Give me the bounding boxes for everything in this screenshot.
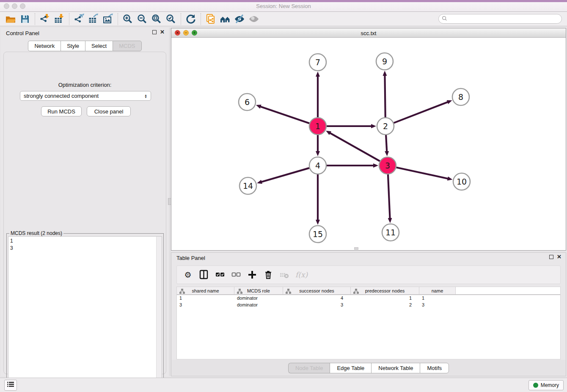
edge-3-11[interactable]	[388, 174, 390, 218]
cell-predecessor-nodes[interactable]: 2	[351, 302, 419, 309]
select-all-icon[interactable]	[215, 269, 225, 281]
mcds-result-lines: 1 3	[8, 237, 162, 253]
table-row[interactable]: 1dominator411	[177, 295, 560, 302]
network-window-titlebar[interactable]: ✕ − + scc.txt	[171, 28, 566, 38]
hide-selected-icon[interactable]	[232, 13, 247, 25]
mcds-result-title: MCDS result (2 nodes)	[9, 230, 63, 236]
edge-2-9[interactable]	[385, 75, 385, 117]
node-15[interactable]: 15	[309, 226, 326, 243]
tab-mcds[interactable]: MCDS	[113, 41, 141, 51]
export-network-icon[interactable]	[72, 13, 86, 25]
tab-network-table[interactable]: Network Table	[371, 363, 420, 373]
tab-select[interactable]: Select	[85, 41, 113, 51]
zoom-in-icon[interactable]	[121, 13, 135, 25]
node-6[interactable]: 6	[239, 94, 256, 110]
network-canvas[interactable]: 1234678910111415	[171, 38, 566, 250]
network-resize-grip[interactable]	[354, 247, 358, 250]
node-4[interactable]: 4	[309, 157, 326, 174]
cell-shared-name[interactable]: 3	[177, 302, 234, 309]
deselect-all-icon[interactable]	[231, 269, 241, 281]
main-toolbar	[0, 12, 567, 26]
titlebar: Session: New Session	[0, 0, 567, 12]
table-row[interactable]: 3dominator323	[177, 302, 560, 309]
cell-successor-nodes[interactable]: 3	[283, 302, 351, 309]
node-7[interactable]: 7	[309, 54, 326, 71]
criterion-dropdown[interactable]: strongly connected component ▲▼	[20, 91, 151, 101]
svg-text:14: 14	[243, 181, 253, 190]
node-8[interactable]: 8	[452, 88, 469, 105]
run-mcds-button[interactable]: Run MCDS	[41, 106, 82, 116]
mcds-result-area[interactable]: 1 3	[8, 236, 162, 391]
first-neighbors-icon[interactable]	[218, 13, 232, 25]
float-panel-icon[interactable]	[152, 30, 157, 34]
column-header-predecessor-nodes[interactable]: predecessor nodes	[351, 287, 419, 294]
edge-2-3[interactable]	[386, 135, 387, 152]
import-network-icon[interactable]	[38, 13, 52, 25]
memory-status-icon	[533, 383, 538, 388]
tab-style[interactable]: Style	[61, 41, 85, 51]
close-panel-icon[interactable]: ✕	[160, 30, 165, 34]
cell-shared-name[interactable]: 1	[177, 295, 234, 302]
tab-node-table[interactable]: Node Table	[288, 363, 330, 373]
search-field[interactable]	[438, 14, 562, 24]
mcds-result-box: MCDS result (2 nodes) 1 3	[6, 233, 164, 392]
column-header-name[interactable]: name	[419, 287, 456, 294]
add-row-icon[interactable]	[247, 269, 257, 281]
node-9[interactable]: 9	[376, 53, 393, 70]
column-header-MCDS-role[interactable]: MCDS role	[234, 287, 283, 294]
show-hidden-icon[interactable]	[247, 13, 261, 25]
tab-edge-table[interactable]: Edge Table	[330, 363, 371, 373]
gear-icon[interactable]: ⚙	[183, 269, 193, 281]
show-column-icon[interactable]	[199, 269, 209, 281]
node-14[interactable]: 14	[239, 177, 256, 194]
task-history-button[interactable]	[4, 380, 17, 391]
mcds-tab-content: Optimization criterion: strongly connect…	[3, 52, 166, 374]
memory-label: Memory	[541, 382, 559, 388]
edge-1-6[interactable]	[260, 107, 309, 124]
node-2[interactable]: 2	[377, 118, 394, 135]
menubar-strip	[0, 0, 567, 2]
svg-text:2: 2	[383, 121, 388, 131]
import-table-icon[interactable]	[52, 13, 66, 25]
node-11[interactable]: 11	[382, 224, 399, 241]
save-icon[interactable]	[18, 13, 32, 25]
search-input[interactable]	[447, 16, 561, 22]
open-icon[interactable]	[3, 13, 18, 25]
close-table-panel-icon[interactable]: ✕	[557, 255, 561, 259]
edge-3-10[interactable]	[396, 167, 448, 179]
export-table-icon[interactable]	[86, 13, 101, 25]
clone-network-icon[interactable]	[204, 13, 218, 25]
column-header-shared-name[interactable]: shared name	[177, 287, 234, 294]
zoom-out-icon[interactable]	[135, 13, 149, 25]
column-header-successor-nodes[interactable]: successor nodes	[283, 287, 351, 294]
edge-3-1[interactable]	[330, 133, 380, 161]
export-image-icon[interactable]	[101, 13, 115, 25]
svg-text:11: 11	[385, 228, 396, 237]
cell-name[interactable]: 1	[419, 295, 456, 302]
tab-network[interactable]: Network	[28, 41, 61, 51]
cell-name[interactable]: 3	[419, 302, 456, 309]
node-10[interactable]: 10	[453, 173, 470, 190]
memory-button[interactable]: Memory	[528, 380, 564, 390]
delete-row-icon[interactable]	[263, 269, 273, 281]
cell-predecessor-nodes[interactable]: 1	[351, 295, 419, 302]
edge-4-14[interactable]	[261, 168, 309, 182]
refresh-icon[interactable]	[184, 13, 198, 25]
hierarchy-icon	[353, 289, 359, 295]
svg-text:15: 15	[313, 229, 323, 239]
zoom-fit-icon[interactable]	[149, 13, 164, 25]
cell-MCDS-role[interactable]: dominator	[234, 295, 283, 302]
result-scrollbar[interactable]	[156, 237, 162, 390]
node-3[interactable]: 3	[379, 157, 396, 174]
zoom-selected-icon[interactable]	[164, 13, 178, 25]
cell-successor-nodes[interactable]: 4	[283, 295, 351, 302]
node-1[interactable]: 1	[309, 118, 326, 135]
table-toolbar: ⚙f(x)	[176, 265, 561, 284]
cell-MCDS-role[interactable]: dominator	[234, 302, 283, 309]
edge-2-8[interactable]	[394, 102, 448, 123]
svg-text:7: 7	[315, 58, 320, 67]
control-panel-tabs: NetworkStyleSelectMCDS	[1, 41, 169, 51]
float-table-panel-icon[interactable]	[549, 255, 553, 259]
tab-motifs[interactable]: Motifs	[420, 363, 449, 373]
close-panel-button[interactable]: Close panel	[87, 106, 131, 116]
